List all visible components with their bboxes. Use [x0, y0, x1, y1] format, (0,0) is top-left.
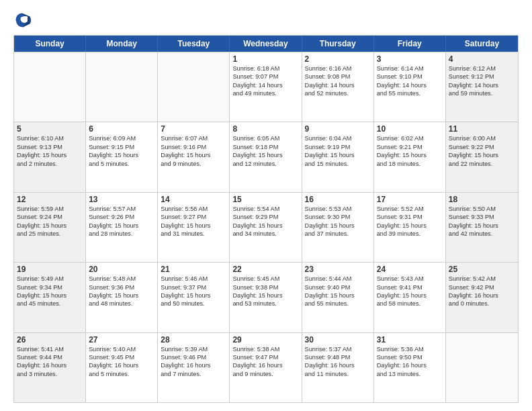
cell-info-line: and 48 minutes. — [89, 300, 154, 308]
cell-info-line: Daylight: 16 hours — [161, 361, 226, 369]
header-day-wednesday: Wednesday — [230, 36, 302, 52]
cell-info-line: Daylight: 16 hours — [449, 291, 515, 300]
cell-info-line: Daylight: 15 hours — [89, 151, 154, 159]
cell-info-line: and 0 minutes. — [449, 300, 515, 308]
cell-info-line: Daylight: 16 hours — [232, 361, 298, 369]
week-row-4: 19Sunrise: 5:49 AMSunset: 9:34 PMDayligh… — [14, 262, 518, 332]
table-row: 6Sunrise: 6:09 AMSunset: 9:15 PMDaylight… — [86, 122, 158, 191]
table-row: 14Sunrise: 5:56 AMSunset: 9:27 PMDayligh… — [158, 193, 230, 262]
day-number: 21 — [161, 265, 226, 274]
cell-info-line: Daylight: 16 hours — [377, 361, 443, 369]
page: SundayMondayTuesdayWednesdayThursdayFrid… — [0, 0, 532, 411]
table-row: 5Sunrise: 6:10 AMSunset: 9:13 PMDaylight… — [14, 122, 86, 191]
cell-info-line: and 53 minutes. — [232, 300, 298, 308]
calendar: SundayMondayTuesdayWednesdayThursdayFrid… — [13, 35, 519, 403]
cell-info-line: Sunset: 9:19 PM — [305, 143, 371, 151]
header-day-tuesday: Tuesday — [158, 36, 230, 52]
table-row: 29Sunrise: 5:38 AMSunset: 9:47 PMDayligh… — [230, 333, 302, 402]
cell-info-line: Sunset: 9:31 PM — [377, 213, 443, 221]
cell-info-line: and 37 minutes. — [305, 230, 371, 238]
day-number: 18 — [449, 195, 515, 204]
day-number: 11 — [449, 124, 515, 134]
day-number: 26 — [17, 335, 83, 345]
day-number: 7 — [161, 124, 226, 134]
cell-info-line: Daylight: 15 hours — [161, 222, 226, 230]
table-row: 22Sunrise: 5:45 AMSunset: 9:38 PMDayligh… — [230, 263, 302, 332]
cell-info-line: and 5 minutes. — [89, 160, 154, 168]
cell-info-line: Sunset: 9:37 PM — [161, 283, 226, 291]
cell-info-line: Daylight: 16 hours — [89, 361, 154, 369]
cell-info-line: Sunset: 9:44 PM — [17, 353, 83, 361]
day-number: 22 — [232, 265, 298, 274]
table-row: 15Sunrise: 5:54 AMSunset: 9:29 PMDayligh… — [230, 193, 302, 262]
cell-info-line: Sunrise: 5:45 AM — [232, 275, 298, 283]
cell-info-line: Sunset: 9:46 PM — [161, 353, 226, 361]
logo — [13, 11, 35, 30]
cell-info-line: Sunrise: 6:10 AM — [17, 134, 83, 142]
cell-info-line: Daylight: 15 hours — [232, 222, 298, 230]
cell-info-line: and 12 minutes. — [232, 160, 298, 168]
cell-info-line: Daylight: 15 hours — [377, 291, 443, 300]
day-number: 4 — [449, 54, 515, 64]
cell-info-line: Sunset: 9:42 PM — [449, 283, 515, 291]
table-row: 8Sunrise: 6:05 AMSunset: 9:18 PMDaylight… — [230, 122, 302, 191]
cell-info-line: Sunrise: 5:56 AM — [161, 205, 226, 213]
table-row: 19Sunrise: 5:49 AMSunset: 9:34 PMDayligh… — [14, 263, 86, 332]
table-row: 26Sunrise: 5:41 AMSunset: 9:44 PMDayligh… — [14, 333, 86, 402]
cell-info-line: Sunset: 9:22 PM — [449, 143, 515, 151]
cell-info-line: and 9 minutes. — [232, 370, 298, 378]
cell-info-line: Sunrise: 6:18 AM — [232, 64, 298, 73]
cell-info-line: Sunrise: 6:07 AM — [161, 134, 226, 142]
cell-info-line: Sunrise: 6:00 AM — [449, 134, 515, 142]
table-row: 10Sunrise: 6:02 AMSunset: 9:21 PMDayligh… — [374, 122, 446, 191]
header-day-monday: Monday — [86, 36, 158, 52]
cell-info-line: Sunrise: 5:59 AM — [17, 205, 83, 213]
table-row: 17Sunrise: 5:52 AMSunset: 9:31 PMDayligh… — [374, 193, 446, 262]
cell-info-line: Sunset: 9:41 PM — [377, 283, 443, 291]
table-row: 7Sunrise: 6:07 AMSunset: 9:16 PMDaylight… — [158, 122, 230, 191]
logo-icon — [13, 11, 32, 30]
table-row: 23Sunrise: 5:44 AMSunset: 9:40 PMDayligh… — [302, 263, 374, 332]
cell-info-line: and 13 minutes. — [377, 370, 443, 378]
table-row: 16Sunrise: 5:53 AMSunset: 9:30 PMDayligh… — [302, 193, 374, 262]
cell-info-line: and 55 minutes. — [377, 89, 443, 97]
cell-info-line: Daylight: 15 hours — [232, 291, 298, 300]
cell-info-line: Daylight: 16 hours — [17, 361, 83, 369]
day-number: 27 — [89, 335, 154, 345]
cell-info-line: Daylight: 15 hours — [161, 291, 226, 300]
day-number: 29 — [232, 335, 298, 345]
week-row-5: 26Sunrise: 5:41 AMSunset: 9:44 PMDayligh… — [14, 332, 518, 402]
cell-info-line: Daylight: 15 hours — [161, 151, 226, 159]
cell-info-line: Daylight: 15 hours — [232, 151, 298, 159]
week-row-1: 1Sunrise: 6:18 AMSunset: 9:07 PMDaylight… — [14, 52, 518, 122]
cell-info-line: Sunset: 9:08 PM — [305, 73, 371, 81]
table-row: 9Sunrise: 6:04 AMSunset: 9:19 PMDaylight… — [302, 122, 374, 191]
cell-info-line: and 34 minutes. — [232, 230, 298, 238]
cell-info-line: Sunrise: 5:49 AM — [17, 275, 83, 283]
cell-info-line: Sunset: 9:07 PM — [232, 73, 298, 81]
cell-info-line: Daylight: 15 hours — [377, 151, 443, 159]
cell-info-line: Daylight: 15 hours — [305, 222, 371, 230]
cell-info-line: Daylight: 15 hours — [449, 222, 515, 230]
day-number: 13 — [89, 195, 154, 204]
cell-info-line: Sunset: 9:26 PM — [89, 213, 154, 221]
cell-info-line: Sunset: 9:13 PM — [17, 143, 83, 151]
cell-info-line: Daylight: 15 hours — [17, 151, 83, 159]
cell-info-line: Sunrise: 6:02 AM — [377, 134, 443, 142]
cell-info-line: and 52 minutes. — [305, 89, 371, 97]
day-number: 8 — [232, 124, 298, 134]
cell-info-line: and 15 minutes. — [305, 160, 371, 168]
day-number: 20 — [89, 265, 154, 274]
calendar-header: SundayMondayTuesdayWednesdayThursdayFrid… — [14, 36, 518, 52]
table-row: 12Sunrise: 5:59 AMSunset: 9:24 PMDayligh… — [14, 193, 86, 262]
cell-info-line: Sunrise: 6:09 AM — [89, 134, 154, 142]
table-row: 20Sunrise: 5:48 AMSunset: 9:36 PMDayligh… — [86, 263, 158, 332]
table-row: 30Sunrise: 5:37 AMSunset: 9:48 PMDayligh… — [302, 333, 374, 402]
cell-info-line: Sunrise: 5:42 AM — [449, 275, 515, 283]
cell-info-line: and 18 minutes. — [377, 160, 443, 168]
cell-info-line: and 11 minutes. — [305, 370, 371, 378]
cell-info-line: Sunrise: 5:37 AM — [305, 345, 371, 353]
cell-info-line: Sunset: 9:47 PM — [232, 353, 298, 361]
table-row: 3Sunrise: 6:14 AMSunset: 9:10 PMDaylight… — [374, 52, 446, 122]
header — [13, 11, 519, 30]
